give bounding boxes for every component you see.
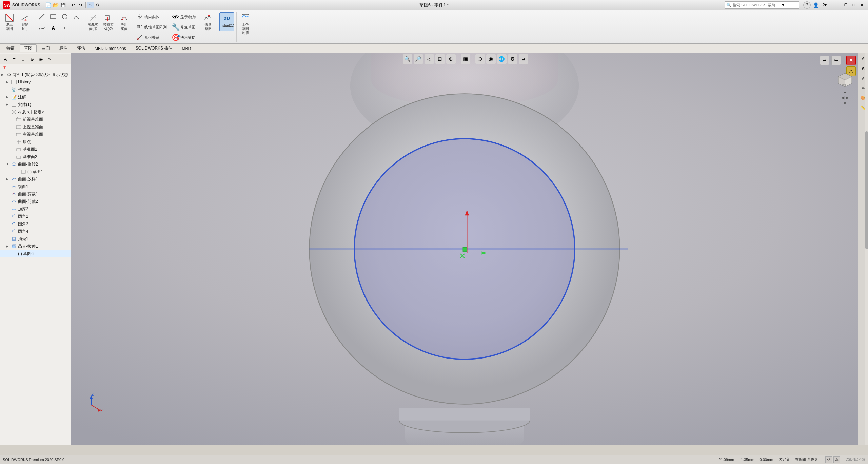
mirror-sketch-btn[interactable]: 镜向实体 <box>135 12 167 22</box>
sidebar-tool-list[interactable]: ≡ <box>10 55 18 63</box>
geo-ref-label: 几何关系 <box>144 35 159 40</box>
new-btn[interactable]: 📄 <box>45 2 52 8</box>
offset-btn[interactable]: 等距实体 <box>117 12 132 31</box>
show-hide-btn[interactable]: 👁 显示/隐除 <box>171 12 197 22</box>
status-icon-rebuild[interactable]: ↺ <box>825 456 832 463</box>
tab-annotation[interactable]: 标注 <box>55 44 72 52</box>
close-window-btn[interactable]: ✕ <box>859 2 865 8</box>
vp-prev-view-btn[interactable]: ◁ <box>425 54 434 64</box>
tab-feature[interactable]: 特征 <box>2 44 19 52</box>
centerline-btn[interactable] <box>71 24 82 35</box>
tree-item-right-plane[interactable]: ▶ 右视基准面 <box>0 131 71 138</box>
tab-sketch[interactable]: 草图 <box>20 44 37 52</box>
tree-item-surface-trim2[interactable]: ▶ 曲面-剪裁2 <box>0 198 71 205</box>
tree-item-front-plane[interactable]: ▶ 前视基准面 <box>0 116 71 123</box>
circle-btn[interactable] <box>59 12 70 23</box>
tab-mbd[interactable]: MBD <box>177 45 195 52</box>
tree-item-solid1[interactable]: ▶ 实体(1) <box>0 101 71 108</box>
tab-evaluate[interactable]: 评估 <box>73 44 90 52</box>
vp-search-btn2[interactable]: 🔎 <box>414 54 423 64</box>
view-left-btn[interactable]: ◀ <box>841 95 844 100</box>
rect-btn[interactable] <box>48 12 59 23</box>
tree-item-origin[interactable]: ▶ 原点 <box>0 138 71 146</box>
tree-item-mirror1[interactable]: ▶ 镜向1 <box>0 183 71 190</box>
quick-sketch-btn[interactable]: 快速草图 <box>201 12 216 31</box>
vp-view-orient-btn[interactable]: ⬡ <box>475 54 485 64</box>
status-icon-warning[interactable]: ⚠ <box>833 456 840 463</box>
instant2d-btn[interactable]: 2D Instant2D <box>219 12 234 31</box>
save-btn[interactable]: 💾 <box>60 2 67 8</box>
edit-mode-status: 在编辑 草图6 <box>795 457 817 462</box>
vp-monitor-btn[interactable]: 🖥 <box>519 54 528 64</box>
vp-scene-btn[interactable]: 🌐 <box>497 54 507 64</box>
spline-btn[interactable] <box>36 24 47 35</box>
vp-display-style-btn[interactable]: ◉ <box>486 54 496 64</box>
linear-array-btn[interactable]: 线性草图阵列 <box>135 22 167 32</box>
tree-item-thicken2[interactable]: ▶ 加厚2 <box>0 205 71 213</box>
color-sketch-btn[interactable]: 上色草图轮廓 <box>238 12 253 31</box>
tree-item-surface-loft1[interactable]: ▶ 曲面-放样1 <box>0 175 71 183</box>
trim-btn[interactable]: 剪裁实体(① <box>85 12 100 31</box>
undo-btn[interactable]: ↩ <box>70 2 77 8</box>
tree-item-sketch1[interactable]: ▶ (-) 草图1 <box>0 168 71 175</box>
tab-solidworks-plugin[interactable]: SOLIDWORKS 插件 <box>131 44 177 52</box>
view-down-btn[interactable]: ▼ <box>843 101 847 106</box>
viewport[interactable]: 🔍 🔎 ◁ ⊡ ⊕ ▣ ⬡ ◉ 🌐 ⚙ 🖥 ↩ ↪ ✕ ⚠ <box>71 53 858 445</box>
tree-item-surface-trim1[interactable]: ▶ 曲面-剪裁1 <box>0 190 71 198</box>
tree-item-history[interactable]: ▶ History <box>0 78 71 86</box>
view-up-btn[interactable]: ▲ <box>843 90 847 94</box>
tree-item-sensor[interactable]: ▶ 📡 传感器 <box>0 86 71 93</box>
smart-dim-btn[interactable]: ⬖ 智能尺寸 <box>18 12 33 31</box>
geo-ref-btn[interactable]: 几何关系 <box>135 33 167 42</box>
vp-display-mode-btn[interactable]: ▣ <box>461 54 470 64</box>
sidebar-tool-crosshair[interactable]: ⊕ <box>28 55 36 63</box>
restore-btn[interactable]: ❐ <box>842 2 849 8</box>
view-cube[interactable]: 前视 <box>835 68 855 89</box>
tree-item-fillet3[interactable]: ▶ 圆角3 <box>0 220 71 228</box>
vp-snap-filter2-btn[interactable]: ⊕ <box>446 54 456 64</box>
help-btn[interactable]: ? <box>803 1 811 9</box>
help-menu-btn[interactable]: ?▾ <box>821 1 828 9</box>
sidebar-tool-arrow[interactable]: > <box>45 55 54 63</box>
search-input[interactable] <box>733 3 780 7</box>
sidebar-tool-circle[interactable]: ◉ <box>37 55 45 63</box>
user-btn[interactable]: 👤 <box>812 1 820 9</box>
arc-btn[interactable] <box>71 12 82 23</box>
annotation-arrow: ▶ <box>6 95 11 99</box>
text-btn[interactable]: A <box>48 24 59 35</box>
exit-sketch-btn[interactable]: 退出草图 <box>2 12 17 31</box>
line-btn[interactable] <box>36 12 47 23</box>
tree-item-sketch6[interactable]: ▶ (-) 草图6 <box>0 250 71 257</box>
convert-btn[interactable]: 转换实体(② <box>101 12 116 31</box>
toolbar-group-quicksketch: 快速草图 <box>200 12 218 42</box>
tree-item-boss-extrude1[interactable]: ▶ 凸台-拉伸1 <box>0 243 71 250</box>
sidebar-tool-a[interactable]: A <box>1 55 9 63</box>
tree-item-base1[interactable]: ▶ 基准面1 <box>0 146 71 153</box>
tree-item-annotation[interactable]: ▶ 📝 注解 <box>0 93 71 101</box>
sidebar-tool-box[interactable]: □ <box>19 55 27 63</box>
vp-snap-filter-btn[interactable]: ⊡ <box>435 54 445 64</box>
tree-item-fillet2[interactable]: ▶ 圆角2 <box>0 213 71 220</box>
redo-btn[interactable]: ↪ <box>77 2 84 8</box>
view-right-btn[interactable]: ▶ <box>846 95 849 100</box>
tree-item-fillet4[interactable]: ▶ 圆角4 <box>0 228 71 235</box>
vp-search-btn1[interactable]: 🔍 <box>403 54 412 64</box>
tree-item-material[interactable]: ▶ 材质 <未指定> <box>0 108 71 116</box>
tree-item-part1[interactable]: ▶ ⚙ 零件1 (默认<<默认>_显示状态 <box>0 71 71 78</box>
tree-item-shell1[interactable]: ▶ 抽壳1 <box>0 235 71 243</box>
repair-sketch-btn[interactable]: 🔧 修复草图 <box>171 22 197 32</box>
search-drop-icon[interactable]: ▼ <box>780 3 786 7</box>
tree-item-top-plane[interactable]: ▶ 上视基准面 <box>0 123 71 131</box>
point-btn[interactable] <box>59 24 70 35</box>
select-btn[interactable]: ↖ <box>87 2 94 8</box>
tree-item-surface-revolve2[interactable]: ▼ 曲面-旋转2 <box>0 160 71 168</box>
maximize-btn[interactable]: □ <box>850 2 857 8</box>
open-btn[interactable]: 📂 <box>53 2 59 8</box>
tab-surface[interactable]: 曲面 <box>37 44 54 52</box>
quick-snap-btn[interactable]: 🎯 快速捕捉 <box>171 33 197 42</box>
settings-btn[interactable]: ⚙ <box>95 2 101 8</box>
minimize-btn[interactable]: — <box>834 2 841 8</box>
tab-mbd-dimensions[interactable]: MBD Dimensions <box>90 45 131 52</box>
vp-settings-btn[interactable]: ⚙ <box>508 54 517 64</box>
tree-item-base2[interactable]: ▶ 基准面2 <box>0 153 71 160</box>
